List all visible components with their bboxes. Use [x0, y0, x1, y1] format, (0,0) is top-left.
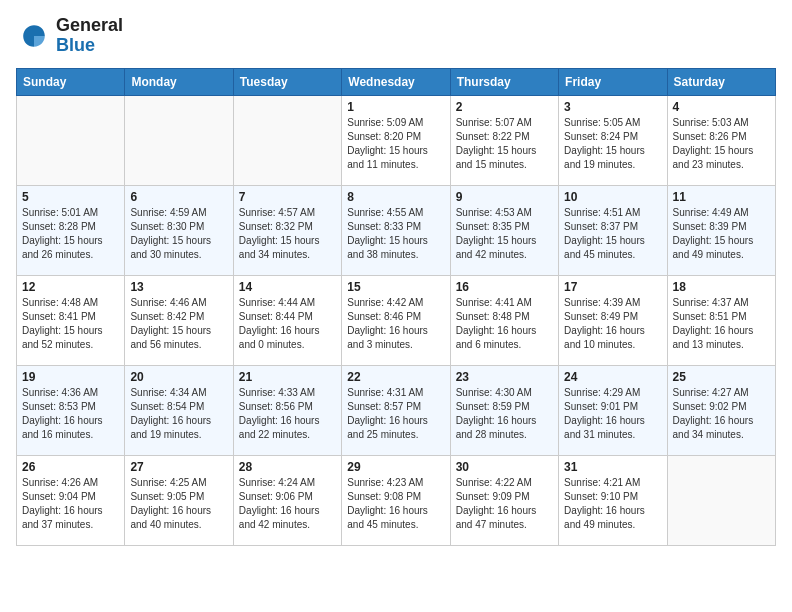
day-info: Sunrise: 4:27 AMSunset: 9:02 PMDaylight:…: [673, 386, 770, 442]
col-header-wednesday: Wednesday: [342, 68, 450, 95]
calendar-cell: 7Sunrise: 4:57 AMSunset: 8:32 PMDaylight…: [233, 185, 341, 275]
day-info: Sunrise: 4:57 AMSunset: 8:32 PMDaylight:…: [239, 206, 336, 262]
day-number: 30: [456, 460, 553, 474]
day-number: 9: [456, 190, 553, 204]
day-number: 21: [239, 370, 336, 384]
col-header-sunday: Sunday: [17, 68, 125, 95]
day-info: Sunrise: 5:05 AMSunset: 8:24 PMDaylight:…: [564, 116, 661, 172]
calendar-cell: 31Sunrise: 4:21 AMSunset: 9:10 PMDayligh…: [559, 455, 667, 545]
calendar-table: SundayMondayTuesdayWednesdayThursdayFrid…: [16, 68, 776, 546]
calendar-week-4: 19Sunrise: 4:36 AMSunset: 8:53 PMDayligh…: [17, 365, 776, 455]
day-number: 23: [456, 370, 553, 384]
day-number: 10: [564, 190, 661, 204]
day-number: 4: [673, 100, 770, 114]
day-info: Sunrise: 4:36 AMSunset: 8:53 PMDaylight:…: [22, 386, 119, 442]
day-number: 25: [673, 370, 770, 384]
day-number: 17: [564, 280, 661, 294]
col-header-saturday: Saturday: [667, 68, 775, 95]
calendar-cell: 1Sunrise: 5:09 AMSunset: 8:20 PMDaylight…: [342, 95, 450, 185]
calendar-week-5: 26Sunrise: 4:26 AMSunset: 9:04 PMDayligh…: [17, 455, 776, 545]
calendar-cell: 20Sunrise: 4:34 AMSunset: 8:54 PMDayligh…: [125, 365, 233, 455]
calendar-week-1: 1Sunrise: 5:09 AMSunset: 8:20 PMDaylight…: [17, 95, 776, 185]
day-info: Sunrise: 4:22 AMSunset: 9:09 PMDaylight:…: [456, 476, 553, 532]
calendar-cell: 24Sunrise: 4:29 AMSunset: 9:01 PMDayligh…: [559, 365, 667, 455]
calendar-body: 1Sunrise: 5:09 AMSunset: 8:20 PMDaylight…: [17, 95, 776, 545]
calendar-cell: 27Sunrise: 4:25 AMSunset: 9:05 PMDayligh…: [125, 455, 233, 545]
calendar-cell: 15Sunrise: 4:42 AMSunset: 8:46 PMDayligh…: [342, 275, 450, 365]
calendar-cell: 18Sunrise: 4:37 AMSunset: 8:51 PMDayligh…: [667, 275, 775, 365]
day-number: 7: [239, 190, 336, 204]
page-header: General Blue: [16, 16, 776, 56]
day-info: Sunrise: 4:39 AMSunset: 8:49 PMDaylight:…: [564, 296, 661, 352]
calendar-cell: 22Sunrise: 4:31 AMSunset: 8:57 PMDayligh…: [342, 365, 450, 455]
day-info: Sunrise: 4:53 AMSunset: 8:35 PMDaylight:…: [456, 206, 553, 262]
day-number: 18: [673, 280, 770, 294]
calendar-cell: [17, 95, 125, 185]
col-header-thursday: Thursday: [450, 68, 558, 95]
day-number: 27: [130, 460, 227, 474]
day-info: Sunrise: 4:49 AMSunset: 8:39 PMDaylight:…: [673, 206, 770, 262]
day-info: Sunrise: 4:41 AMSunset: 8:48 PMDaylight:…: [456, 296, 553, 352]
logo-icon: [16, 18, 52, 54]
calendar-header-row: SundayMondayTuesdayWednesdayThursdayFrid…: [17, 68, 776, 95]
calendar-cell: 5Sunrise: 5:01 AMSunset: 8:28 PMDaylight…: [17, 185, 125, 275]
calendar-cell: 3Sunrise: 5:05 AMSunset: 8:24 PMDaylight…: [559, 95, 667, 185]
calendar-cell: 23Sunrise: 4:30 AMSunset: 8:59 PMDayligh…: [450, 365, 558, 455]
day-info: Sunrise: 4:21 AMSunset: 9:10 PMDaylight:…: [564, 476, 661, 532]
day-number: 3: [564, 100, 661, 114]
day-number: 13: [130, 280, 227, 294]
logo-text: General Blue: [56, 16, 123, 56]
day-number: 14: [239, 280, 336, 294]
calendar-cell: 28Sunrise: 4:24 AMSunset: 9:06 PMDayligh…: [233, 455, 341, 545]
calendar-week-3: 12Sunrise: 4:48 AMSunset: 8:41 PMDayligh…: [17, 275, 776, 365]
day-number: 12: [22, 280, 119, 294]
day-info: Sunrise: 4:48 AMSunset: 8:41 PMDaylight:…: [22, 296, 119, 352]
calendar-cell: 8Sunrise: 4:55 AMSunset: 8:33 PMDaylight…: [342, 185, 450, 275]
calendar-cell: 9Sunrise: 4:53 AMSunset: 8:35 PMDaylight…: [450, 185, 558, 275]
day-info: Sunrise: 4:42 AMSunset: 8:46 PMDaylight:…: [347, 296, 444, 352]
calendar-week-2: 5Sunrise: 5:01 AMSunset: 8:28 PMDaylight…: [17, 185, 776, 275]
day-info: Sunrise: 4:37 AMSunset: 8:51 PMDaylight:…: [673, 296, 770, 352]
calendar-cell: 29Sunrise: 4:23 AMSunset: 9:08 PMDayligh…: [342, 455, 450, 545]
day-info: Sunrise: 4:51 AMSunset: 8:37 PMDaylight:…: [564, 206, 661, 262]
logo-general: General: [56, 15, 123, 35]
col-header-friday: Friday: [559, 68, 667, 95]
calendar-cell: 30Sunrise: 4:22 AMSunset: 9:09 PMDayligh…: [450, 455, 558, 545]
day-info: Sunrise: 4:55 AMSunset: 8:33 PMDaylight:…: [347, 206, 444, 262]
day-info: Sunrise: 5:01 AMSunset: 8:28 PMDaylight:…: [22, 206, 119, 262]
calendar-cell: 12Sunrise: 4:48 AMSunset: 8:41 PMDayligh…: [17, 275, 125, 365]
day-info: Sunrise: 4:33 AMSunset: 8:56 PMDaylight:…: [239, 386, 336, 442]
day-number: 29: [347, 460, 444, 474]
day-number: 5: [22, 190, 119, 204]
day-number: 2: [456, 100, 553, 114]
day-info: Sunrise: 4:44 AMSunset: 8:44 PMDaylight:…: [239, 296, 336, 352]
day-number: 24: [564, 370, 661, 384]
calendar-cell: 26Sunrise: 4:26 AMSunset: 9:04 PMDayligh…: [17, 455, 125, 545]
calendar-cell: [667, 455, 775, 545]
day-number: 28: [239, 460, 336, 474]
day-info: Sunrise: 5:09 AMSunset: 8:20 PMDaylight:…: [347, 116, 444, 172]
day-number: 16: [456, 280, 553, 294]
calendar-cell: 6Sunrise: 4:59 AMSunset: 8:30 PMDaylight…: [125, 185, 233, 275]
day-info: Sunrise: 4:29 AMSunset: 9:01 PMDaylight:…: [564, 386, 661, 442]
calendar-cell: 19Sunrise: 4:36 AMSunset: 8:53 PMDayligh…: [17, 365, 125, 455]
day-number: 20: [130, 370, 227, 384]
col-header-tuesday: Tuesday: [233, 68, 341, 95]
day-info: Sunrise: 4:59 AMSunset: 8:30 PMDaylight:…: [130, 206, 227, 262]
calendar-cell: [233, 95, 341, 185]
day-info: Sunrise: 5:03 AMSunset: 8:26 PMDaylight:…: [673, 116, 770, 172]
logo: General Blue: [16, 16, 123, 56]
calendar-cell: 25Sunrise: 4:27 AMSunset: 9:02 PMDayligh…: [667, 365, 775, 455]
day-number: 19: [22, 370, 119, 384]
calendar-cell: 11Sunrise: 4:49 AMSunset: 8:39 PMDayligh…: [667, 185, 775, 275]
calendar-cell: 10Sunrise: 4:51 AMSunset: 8:37 PMDayligh…: [559, 185, 667, 275]
calendar-cell: 14Sunrise: 4:44 AMSunset: 8:44 PMDayligh…: [233, 275, 341, 365]
calendar-cell: 2Sunrise: 5:07 AMSunset: 8:22 PMDaylight…: [450, 95, 558, 185]
calendar-cell: 13Sunrise: 4:46 AMSunset: 8:42 PMDayligh…: [125, 275, 233, 365]
day-info: Sunrise: 4:25 AMSunset: 9:05 PMDaylight:…: [130, 476, 227, 532]
calendar-cell: 17Sunrise: 4:39 AMSunset: 8:49 PMDayligh…: [559, 275, 667, 365]
day-info: Sunrise: 4:26 AMSunset: 9:04 PMDaylight:…: [22, 476, 119, 532]
day-number: 6: [130, 190, 227, 204]
day-number: 11: [673, 190, 770, 204]
calendar-cell: [125, 95, 233, 185]
